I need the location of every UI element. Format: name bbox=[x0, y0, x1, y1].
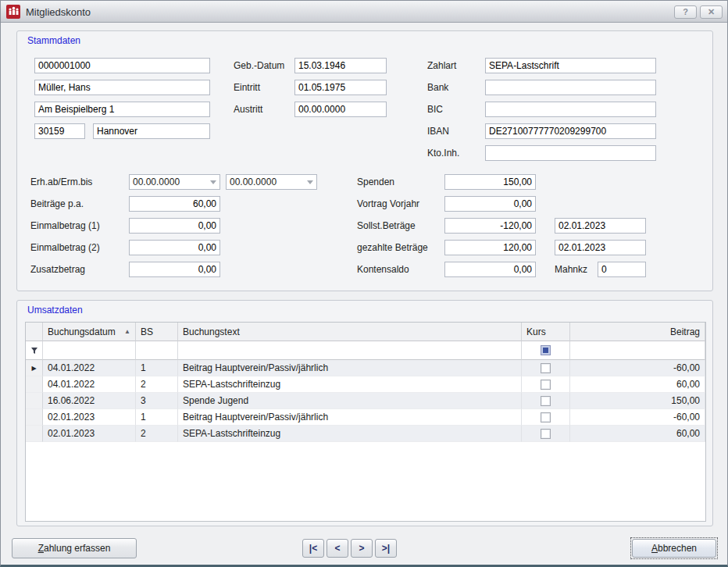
nav-next-button[interactable]: > bbox=[351, 539, 373, 558]
cell-buchungstext: Spende Jugend bbox=[178, 393, 522, 409]
stammdaten-group: Stammdaten Geb.-Datum Eintritt Austritt … bbox=[16, 30, 713, 291]
member-account-window: Mitgliedskonto ? ✕ Stammdaten Geb.-Datum… bbox=[0, 0, 728, 567]
sollst-betraege-field[interactable] bbox=[444, 218, 536, 234]
vortrag-vorjahr-field[interactable] bbox=[444, 196, 536, 212]
erh-ab-value: 00.00.0000 bbox=[130, 175, 219, 189]
buchungsdatum-header-label: Buchungsdatum bbox=[48, 326, 116, 337]
grid-header-buchungsdatum[interactable]: Buchungsdatum ▲ bbox=[43, 323, 136, 341]
cell-bs: 2 bbox=[136, 376, 178, 393]
mahnkz-label: Mahnkz bbox=[555, 262, 587, 277]
kurs-checkbox[interactable] bbox=[541, 412, 551, 423]
umsatzdaten-group-label: Umsatzdaten bbox=[27, 305, 83, 316]
nav-last-button[interactable]: >| bbox=[375, 539, 397, 558]
table-row[interactable]: 02.01.2023 2 SEPA-Lastschrifteinzug 60,0… bbox=[26, 426, 705, 442]
geb-datum-field[interactable] bbox=[294, 58, 387, 73]
spenden-field[interactable] bbox=[444, 174, 536, 190]
street-field[interactable] bbox=[34, 102, 210, 117]
city-field[interactable] bbox=[93, 123, 210, 139]
umsatzdaten-group: Umsatzdaten Buchungsdatum ▲ BS Buchungst… bbox=[16, 300, 713, 526]
cell-beitrag: -60,00 bbox=[570, 409, 705, 426]
nav-previous-button[interactable]: < bbox=[327, 539, 348, 558]
grid-header-bs[interactable]: BS bbox=[136, 323, 178, 341]
cell-beitrag: -60,00 bbox=[570, 360, 705, 376]
grid-header-buchungstext[interactable]: Buchungstext bbox=[178, 323, 522, 341]
geb-datum-label: Geb.-Datum bbox=[234, 58, 284, 73]
cell-buchungsdatum: 02.01.2023 bbox=[43, 409, 136, 426]
abbrechen-label: Abbrechen bbox=[651, 543, 697, 554]
kurs-checkbox[interactable] bbox=[541, 429, 551, 439]
kurs-filter-checkbox[interactable] bbox=[541, 345, 551, 355]
zusatzbetrag-label: Zusatzbetrag bbox=[30, 262, 85, 277]
bank-field[interactable] bbox=[485, 80, 656, 95]
abbrechen-focus-outline: Abbrechen bbox=[630, 537, 718, 559]
filter-buchungstext-cell[interactable] bbox=[178, 341, 522, 360]
gezahlte-betraege-field[interactable] bbox=[444, 240, 536, 255]
eintritt-field[interactable] bbox=[294, 80, 387, 95]
erm-bis-combo[interactable]: 00.00.0000 bbox=[226, 174, 317, 190]
einmalbetrag2-field[interactable] bbox=[129, 240, 220, 255]
zahlung-erfassen-label: Zahlung erfassen bbox=[38, 543, 111, 554]
kurs-checkbox[interactable] bbox=[541, 380, 551, 390]
abbrechen-button[interactable]: Abbrechen bbox=[632, 539, 716, 558]
sollst-betraege-label: Sollst.Beträge bbox=[357, 218, 416, 234]
combo-dropdown-icon[interactable] bbox=[307, 180, 313, 184]
cell-buchungsdatum: 02.01.2023 bbox=[43, 426, 136, 442]
cell-beitrag: 60,00 bbox=[570, 426, 705, 442]
zahlart-field[interactable] bbox=[485, 58, 656, 73]
einmalbetrag1-label: Einmalbetrag (1) bbox=[30, 218, 100, 234]
gezahlte-betraege-date-field[interactable] bbox=[555, 240, 646, 255]
grid-filter-row bbox=[26, 341, 705, 360]
zusatzbetrag-field[interactable] bbox=[129, 262, 220, 277]
iban-field[interactable] bbox=[485, 123, 656, 139]
combo-dropdown-icon[interactable] bbox=[210, 180, 216, 184]
zip-field[interactable] bbox=[34, 123, 85, 139]
kto-inh-label: Kto.Inh. bbox=[427, 145, 459, 161]
table-row[interactable]: 16.06.2022 3 Spende Jugend 150,00 bbox=[26, 393, 705, 409]
close-button[interactable]: ✕ bbox=[700, 5, 723, 19]
filter-bs-cell[interactable] bbox=[136, 341, 178, 360]
eintritt-label: Eintritt bbox=[234, 80, 260, 95]
zahlung-erfassen-button[interactable]: Zahlung erfassen bbox=[12, 538, 137, 558]
cell-bs: 1 bbox=[136, 360, 178, 376]
kto-inh-field[interactable] bbox=[485, 145, 656, 161]
cell-beitrag: 150,00 bbox=[570, 393, 705, 409]
cell-beitrag: 60,00 bbox=[570, 376, 705, 393]
row-indicator-icon: ▶ bbox=[31, 365, 36, 372]
cell-buchungsdatum: 16.06.2022 bbox=[43, 393, 136, 409]
bookings-grid: Buchungsdatum ▲ BS Buchungstext Kurs Bei… bbox=[25, 322, 706, 522]
member-name-field[interactable] bbox=[34, 80, 210, 95]
filter-buchungsdatum-cell[interactable] bbox=[43, 341, 136, 360]
filter-kurs-cell[interactable] bbox=[522, 341, 570, 360]
bic-field[interactable] bbox=[485, 102, 656, 117]
help-button[interactable]: ? bbox=[674, 5, 697, 19]
stammdaten-group-label: Stammdaten bbox=[27, 35, 80, 46]
beitraege-pa-field[interactable] bbox=[129, 196, 220, 212]
filter-beitrag-cell[interactable] bbox=[570, 341, 705, 360]
grid-header-kurs[interactable]: Kurs bbox=[522, 323, 570, 341]
kurs-checkbox[interactable] bbox=[541, 396, 551, 406]
zahlart-label: Zahlart bbox=[427, 58, 456, 73]
cell-buchungstext: SEPA-Lastschrifteinzug bbox=[178, 426, 522, 442]
table-row[interactable]: 02.01.2023 1 Beitrag Hauptverein/Passiv/… bbox=[26, 409, 705, 426]
beitraege-pa-label: Beiträge p.a. bbox=[30, 196, 84, 212]
einmalbetrag1-field[interactable] bbox=[129, 218, 220, 234]
kontensaldo-field[interactable] bbox=[444, 262, 536, 277]
iban-label: IBAN bbox=[427, 123, 449, 139]
nav-first-button[interactable]: |< bbox=[302, 539, 324, 558]
member-id-field[interactable] bbox=[34, 58, 210, 73]
table-row[interactable]: ▶ 04.01.2022 1 Beitrag Hauptverein/Passi… bbox=[26, 360, 705, 376]
kurs-checkbox[interactable] bbox=[541, 363, 551, 373]
cell-bs: 1 bbox=[136, 409, 178, 426]
sollst-betraege-date-field[interactable] bbox=[555, 218, 646, 234]
einmalbetrag2-label: Einmalbetrag (2) bbox=[30, 240, 100, 255]
cell-buchungstext: Beitrag Hauptverein/Passiv/jährlich bbox=[178, 409, 522, 426]
table-row[interactable]: 04.01.2022 2 SEPA-Lastschrifteinzug 60,0… bbox=[26, 376, 705, 393]
grid-header-beitrag[interactable]: Beitrag bbox=[570, 323, 705, 341]
erh-ab-combo[interactable]: 00.00.0000 bbox=[129, 174, 220, 190]
kontensaldo-label: Kontensaldo bbox=[357, 262, 409, 277]
bank-label: Bank bbox=[427, 80, 448, 95]
window-title: Mitgliedskonto bbox=[26, 6, 91, 18]
austritt-field[interactable] bbox=[294, 102, 387, 117]
mahnkz-field[interactable] bbox=[598, 262, 646, 277]
grid-header-row: Buchungsdatum ▲ BS Buchungstext Kurs Bei… bbox=[26, 323, 705, 341]
